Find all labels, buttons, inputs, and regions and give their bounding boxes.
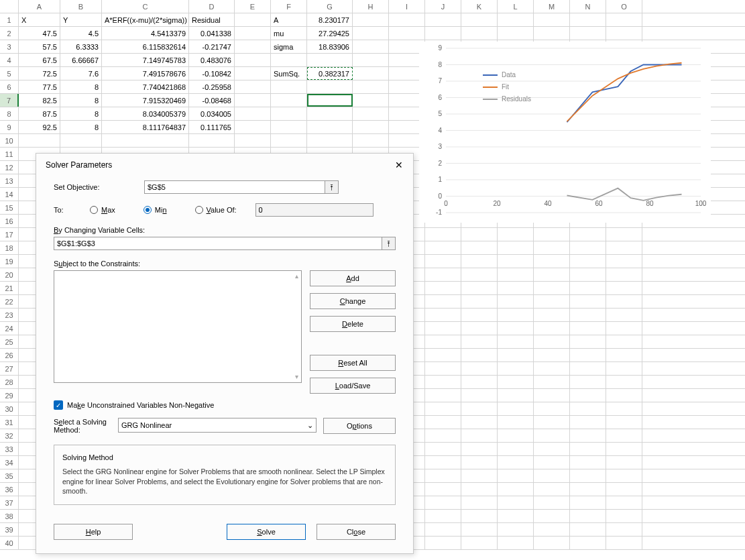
cell[interactable] (498, 429, 534, 442)
row-header[interactable]: 22 (0, 295, 19, 308)
col-header[interactable]: K (461, 0, 498, 13)
col-header[interactable]: M (534, 0, 570, 13)
cell[interactable] (425, 496, 461, 509)
cell[interactable] (498, 389, 534, 402)
cell[interactable]: X (19, 13, 60, 26)
cell[interactable] (606, 322, 642, 335)
cell[interactable] (425, 537, 461, 549)
cell[interactable] (425, 443, 461, 455)
cell[interactable] (606, 456, 642, 469)
cell[interactable]: 7.6 (60, 67, 102, 80)
cell[interactable] (534, 523, 570, 536)
range-picker-icon[interactable]: ⭱ (325, 180, 339, 194)
cell[interactable] (425, 241, 461, 254)
row-header[interactable]: 26 (0, 349, 19, 361)
row-header[interactable]: 18 (0, 241, 19, 254)
row-header[interactable]: 4 (0, 54, 19, 66)
row-header[interactable]: 27 (0, 362, 19, 375)
cell[interactable] (235, 107, 271, 120)
cell[interactable] (606, 443, 642, 455)
cell[interactable] (606, 255, 642, 268)
cell[interactable] (307, 94, 353, 107)
cell[interactable] (570, 255, 606, 268)
cell[interactable] (235, 13, 271, 26)
delete-button[interactable]: Delete (310, 316, 396, 332)
cell[interactable] (461, 469, 498, 482)
cell[interactable]: 82.5 (19, 94, 60, 107)
cell[interactable] (498, 376, 534, 388)
cell[interactable] (425, 389, 461, 402)
col-header[interactable]: D (189, 0, 235, 13)
row-header[interactable]: 36 (0, 483, 19, 496)
cell[interactable] (389, 27, 425, 40)
cell[interactable] (353, 134, 389, 147)
cell[interactable] (425, 429, 461, 442)
cell[interactable] (534, 13, 570, 26)
cell[interactable] (461, 309, 498, 321)
cell[interactable] (570, 13, 606, 26)
cell[interactable] (425, 469, 461, 482)
cell[interactable] (498, 268, 534, 281)
col-header[interactable]: F (271, 0, 307, 13)
cell[interactable] (534, 27, 570, 40)
cell[interactable] (606, 241, 642, 254)
cell[interactable] (271, 121, 307, 133)
cell[interactable] (271, 54, 307, 66)
row-header[interactable]: 37 (0, 496, 19, 509)
cell[interactable] (307, 54, 353, 66)
non-negative-checkbox[interactable]: ✓ (54, 400, 63, 410)
cell[interactable] (534, 349, 570, 361)
cell[interactable] (606, 537, 642, 549)
cell[interactable] (534, 335, 570, 348)
cell[interactable] (570, 322, 606, 335)
valueof-input[interactable] (255, 203, 374, 217)
valueof-radio[interactable]: Value Of: (195, 206, 237, 214)
col-header[interactable]: E (235, 0, 271, 13)
cell[interactable]: 8.111764837 (102, 121, 189, 133)
cell[interactable] (606, 295, 642, 308)
cell[interactable] (425, 309, 461, 321)
cell[interactable]: Y (60, 13, 102, 26)
close-button[interactable]: Close (317, 524, 396, 540)
cell[interactable] (534, 241, 570, 254)
cell[interactable] (498, 295, 534, 308)
cell[interactable] (461, 268, 498, 281)
row-header[interactable]: 10 (0, 134, 19, 147)
row-header[interactable]: 5 (0, 67, 19, 80)
cell[interactable] (534, 389, 570, 402)
row-header[interactable]: 25 (0, 335, 19, 348)
cell[interactable] (461, 402, 498, 415)
cell[interactable] (307, 80, 353, 93)
row-header[interactable]: 33 (0, 443, 19, 455)
cell[interactable]: mu (271, 27, 307, 40)
cell[interactable]: 4.5413379 (102, 27, 189, 40)
row-header[interactable]: 16 (0, 215, 19, 227)
cell[interactable]: 8 (60, 80, 102, 93)
cell[interactable] (461, 349, 498, 361)
cell[interactable] (461, 13, 498, 26)
cell[interactable] (353, 121, 389, 133)
cell[interactable] (461, 483, 498, 496)
cell[interactable]: 7.491578676 (102, 67, 189, 80)
cell[interactable] (570, 402, 606, 415)
cell[interactable]: 8.230177 (307, 13, 353, 26)
row-header[interactable]: 28 (0, 376, 19, 388)
cell[interactable]: -0.08468 (189, 94, 235, 107)
row-header[interactable]: 12 (0, 161, 19, 174)
row-header[interactable]: 7 (0, 94, 19, 107)
cell[interactable] (570, 349, 606, 361)
cell[interactable] (425, 456, 461, 469)
cell[interactable] (570, 27, 606, 40)
cell[interactable] (389, 13, 425, 26)
cell[interactable] (498, 456, 534, 469)
cell[interactable]: 27.29425 (307, 27, 353, 40)
cell[interactable] (534, 282, 570, 294)
row-header[interactable]: 29 (0, 389, 19, 402)
cell[interactable] (425, 402, 461, 415)
cell[interactable] (235, 40, 271, 53)
row-header[interactable]: 9 (0, 121, 19, 133)
row-header[interactable]: 3 (0, 40, 19, 53)
cell[interactable] (498, 496, 534, 509)
cell[interactable]: 0.382317 (307, 67, 353, 80)
col-header[interactable]: J (425, 0, 461, 13)
